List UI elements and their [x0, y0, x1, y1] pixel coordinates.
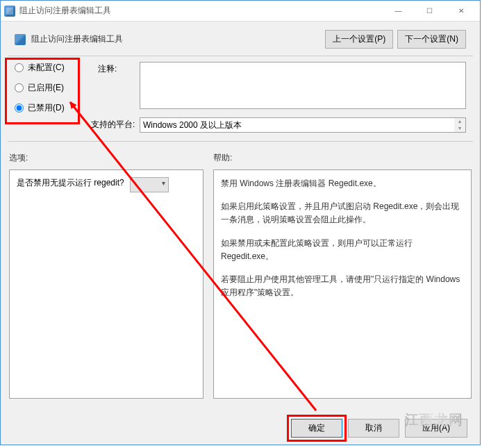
comment-label: 注释: [98, 62, 140, 109]
prev-setting-button[interactable]: 上一个设置(P) [325, 30, 393, 49]
radio-enabled-label: 已启用(E) [28, 82, 64, 94]
platform-label: 支持的平台: [91, 117, 140, 133]
options-panel: 是否禁用无提示运行 regedit? [9, 169, 203, 399]
ok-button[interactable]: 确定 [291, 419, 342, 438]
platform-box: Windows 2000 及以上版本 ▴▾ [140, 117, 466, 133]
maximize-button[interactable]: ☐ [414, 1, 445, 22]
radio-disabled-input[interactable] [15, 103, 24, 113]
silent-regedit-label: 是否禁用无提示运行 regedit? [17, 177, 124, 189]
close-button[interactable]: ✕ [445, 1, 476, 22]
app-icon [4, 6, 15, 17]
platform-text: Windows 2000 及以上版本 [143, 120, 242, 130]
options-label: 选项: [9, 152, 203, 164]
radio-not-configured-label: 未配置(C) [28, 62, 65, 74]
page-title: 阻止访问注册表编辑工具 [31, 33, 321, 45]
help-text: 如果禁用或未配置此策略设置，则用户可以正常运行 Regedit.exe。 [221, 237, 464, 263]
radio-enabled[interactable]: 已启用(E) [15, 82, 98, 94]
radio-disabled-label: 已禁用(D) [28, 102, 65, 114]
titlebar: 阻止访问注册表编辑工具 — ☐ ✕ [1, 1, 480, 22]
radio-disabled[interactable]: 已禁用(D) [15, 102, 98, 114]
silent-regedit-dropdown[interactable] [130, 177, 169, 192]
help-label: 帮助: [213, 152, 472, 164]
comment-input[interactable] [140, 62, 466, 109]
help-text: 如果启用此策略设置，并且用户试图启动 Regedit.exe，则会出现一条消息，… [221, 200, 464, 226]
radio-not-configured-input[interactable] [15, 63, 24, 72]
next-setting-button[interactable]: 下一个设置(N) [397, 30, 466, 49]
radio-not-configured[interactable]: 未配置(C) [15, 62, 98, 74]
policy-icon [15, 34, 26, 45]
window-title: 阻止访问注册表编辑工具 [19, 5, 383, 17]
help-text: 禁用 Windows 注册表编辑器 Regedit.exe。 [221, 177, 464, 190]
help-text: 若要阻止用户使用其他管理工具，请使用"只运行指定的 Windows 应用程序"策… [221, 273, 464, 299]
radio-enabled-input[interactable] [15, 83, 24, 92]
watermark: 江西龙网 [405, 410, 463, 429]
help-panel: 禁用 Windows 注册表编辑器 Regedit.exe。 如果启用此策略设置… [213, 169, 472, 399]
cancel-button[interactable]: 取消 [348, 419, 399, 438]
minimize-button[interactable]: — [383, 1, 414, 22]
config-state-radios: 未配置(C) 已启用(E) 已禁用(D) [15, 62, 98, 141]
